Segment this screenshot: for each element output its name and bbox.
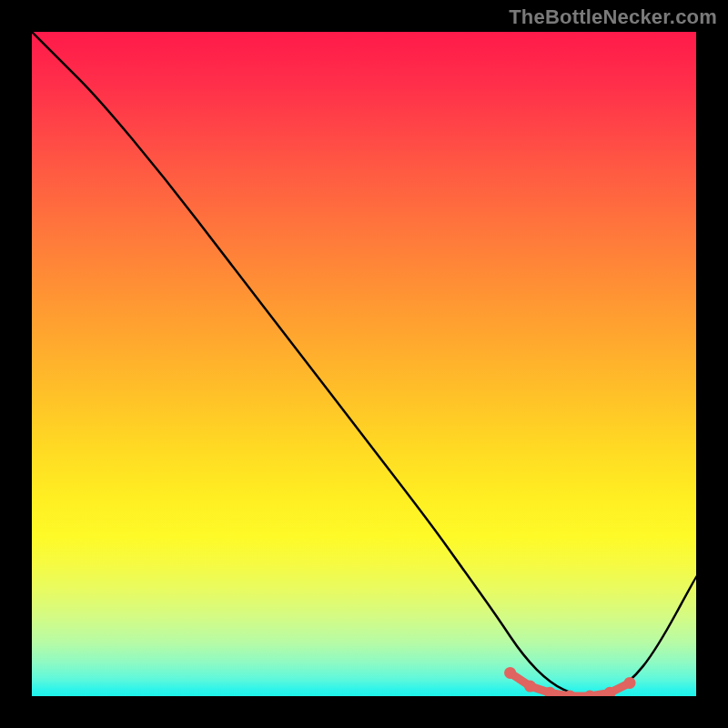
curve-overlay	[32, 32, 696, 696]
attribution-label: TheBottleNecker.com	[509, 5, 717, 29]
chart-frame: TheBottleNecker.com	[0, 0, 728, 728]
trough-marker-line	[511, 672, 630, 696]
plot-area	[32, 32, 696, 696]
bottleneck-curve-line	[32, 32, 696, 696]
